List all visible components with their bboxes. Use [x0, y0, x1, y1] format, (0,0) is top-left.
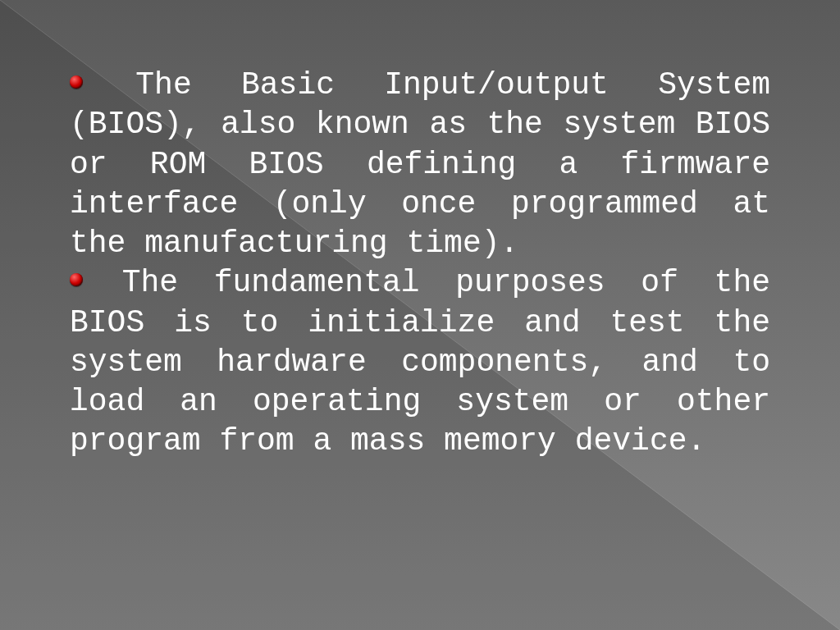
- bullet-icon: [70, 75, 83, 89]
- slide-content: The Basic Input/output System (BIOS), al…: [70, 66, 770, 462]
- bullet-point-2: The fundamental purposes of the BIOS is …: [70, 263, 770, 461]
- bullet-point-1: The Basic Input/output System (BIOS), al…: [70, 66, 770, 263]
- bullet-text: The Basic Input/output System (BIOS), al…: [70, 67, 770, 261]
- bullet-icon: [70, 273, 83, 286]
- bullet-text: The fundamental purposes of the BIOS is …: [70, 265, 770, 459]
